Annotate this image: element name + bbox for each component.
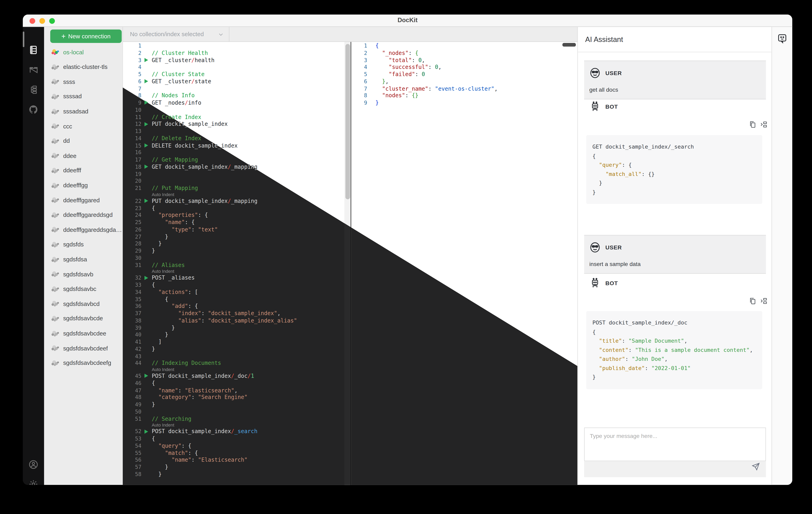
run-query-icon[interactable] xyxy=(144,276,148,280)
connection-item[interactable]: ddeefffggareddsgd xyxy=(44,208,123,222)
code-token: } xyxy=(592,373,596,380)
connection-name: sgdsfdsavbcd xyxy=(63,301,99,307)
copy-icon[interactable] xyxy=(749,297,757,305)
editor-line: 50 xyxy=(123,409,350,416)
response-scrollbar[interactable] xyxy=(562,43,576,47)
connection-item[interactable]: sgdsfdsavbcdeefg xyxy=(44,356,123,370)
code-token: "match" xyxy=(165,450,188,456)
connection-item[interactable]: ddeefffggareddsgda… xyxy=(44,222,123,237)
code-token xyxy=(152,219,165,225)
code-token: / xyxy=(231,373,234,379)
code-token: "text" xyxy=(198,226,218,232)
connection-item[interactable]: sssadsad xyxy=(44,104,123,119)
response-line: 2 "_nodes": { xyxy=(352,50,577,57)
editor-line: 33{ xyxy=(123,281,350,289)
line-number: 17 xyxy=(123,156,141,163)
run-query-icon[interactable] xyxy=(144,165,148,169)
titlebar: DocKit xyxy=(23,14,792,27)
insert-to-editor-icon[interactable] xyxy=(760,297,767,305)
connection-item[interactable]: sgdsfdsavbcde xyxy=(44,311,123,326)
run-query-icon[interactable] xyxy=(144,429,148,433)
editor-line: 30 xyxy=(123,254,350,262)
account-icon[interactable] xyxy=(23,456,44,472)
line-number: 19 xyxy=(123,171,141,178)
editor-line: 24 "properties": { xyxy=(123,212,350,219)
connection-item[interactable]: ssssad xyxy=(44,89,123,104)
run-query-icon[interactable] xyxy=(144,143,148,148)
chat-message-input[interactable]: Type your message here... xyxy=(584,427,766,461)
code-token: ] xyxy=(152,339,162,345)
codelens-auto-indent[interactable]: Auto Indent xyxy=(152,367,350,373)
settings-icon[interactable] xyxy=(23,476,44,485)
bot-code-block[interactable]: POST dockit_sample_index/_doc{ "title": … xyxy=(586,311,762,389)
tree-icon[interactable] xyxy=(23,82,44,97)
line-number: 55 xyxy=(123,450,141,457)
run-query-icon[interactable] xyxy=(144,79,148,84)
run-query-icon[interactable] xyxy=(144,374,148,378)
bot-code-block[interactable]: GET dockit_sample_index/_search{ "query"… xyxy=(586,135,762,204)
connection-item[interactable]: ssss xyxy=(44,74,123,89)
connection-item[interactable]: os-local xyxy=(44,45,123,60)
line-number: 25 xyxy=(123,219,141,226)
connection-item[interactable]: sgdsfdsa xyxy=(44,252,123,267)
code-token: "author" xyxy=(599,356,625,362)
line-number: 9 xyxy=(352,99,367,107)
connection-item[interactable]: ddeefffggared xyxy=(44,193,123,208)
editor-line: 4 xyxy=(123,64,350,71)
code-token: { xyxy=(592,152,596,158)
code-token xyxy=(592,161,599,168)
connection-item[interactable]: sgdsfdsavbcd xyxy=(44,296,123,311)
code-token: , xyxy=(665,356,668,362)
code-token: , xyxy=(438,64,441,70)
connection-name: elastic-cluster-tls xyxy=(63,64,108,70)
cluster-icon xyxy=(51,330,60,337)
run-query-icon[interactable] xyxy=(144,199,148,203)
code-token xyxy=(375,78,382,84)
feedback-chat-icon[interactable] xyxy=(777,33,788,46)
editor-line: 3GET _cluster/health xyxy=(123,57,350,64)
connection-item[interactable]: ddee xyxy=(44,148,123,163)
collection-select[interactable]: No collection/index selected xyxy=(123,26,229,42)
code-token: : { xyxy=(185,219,195,225)
line-number: 52 xyxy=(123,428,141,435)
editor-line: 45POST dockit_sample_index/_doc/1 xyxy=(123,373,350,380)
line-number: 36 xyxy=(123,303,141,310)
run-query-icon[interactable] xyxy=(144,58,148,62)
connection-item[interactable]: sgdsfdsavbc xyxy=(44,281,123,296)
codelens-auto-indent[interactable]: Auto Indent xyxy=(152,269,350,275)
code-token: , xyxy=(494,85,498,91)
connection-item[interactable]: dd xyxy=(44,133,123,148)
code-token: "Elasticsearch" xyxy=(185,387,234,393)
code-token: , xyxy=(277,310,281,316)
github-icon[interactable] xyxy=(23,101,44,117)
editor-line: 27 } xyxy=(123,233,350,240)
code-token xyxy=(592,171,606,177)
files-icon[interactable] xyxy=(23,62,44,78)
code-token: / xyxy=(185,99,188,105)
code-token xyxy=(592,356,599,362)
run-query-icon[interactable] xyxy=(144,122,148,126)
code-token: 0 xyxy=(418,57,422,63)
code-token xyxy=(152,226,171,232)
connection-item[interactable]: ddeefff xyxy=(44,163,123,178)
connection-item[interactable]: ccc xyxy=(44,119,123,133)
code-token: "John Doe" xyxy=(632,356,665,362)
cluster-icon xyxy=(51,212,60,218)
new-connection-button[interactable]: + New connection xyxy=(50,30,122,43)
connection-item[interactable]: sgdsfds xyxy=(44,237,123,252)
activity-bar xyxy=(23,26,44,485)
copy-icon[interactable] xyxy=(749,121,757,128)
connection-item[interactable]: sgdsfdsavb xyxy=(44,267,123,281)
connection-item[interactable]: elastic-cluster-tls xyxy=(44,60,123,74)
code-token: : { xyxy=(622,161,632,168)
send-icon[interactable] xyxy=(751,462,760,473)
connection-item[interactable]: ddeefffgg xyxy=(44,178,123,193)
code-token: "name" xyxy=(158,387,178,393)
codelens-auto-indent[interactable]: Auto Indent xyxy=(152,423,350,428)
insert-to-editor-icon[interactable] xyxy=(760,121,767,128)
connection-item[interactable]: sgdsfdsavbcdeef xyxy=(44,341,123,356)
code-token: : xyxy=(201,310,208,316)
connection-item[interactable]: sgdsfdsavbcdee xyxy=(44,326,123,341)
connection-name: sgdsfdsavbc xyxy=(63,286,96,292)
connections-icon[interactable] xyxy=(23,42,44,58)
